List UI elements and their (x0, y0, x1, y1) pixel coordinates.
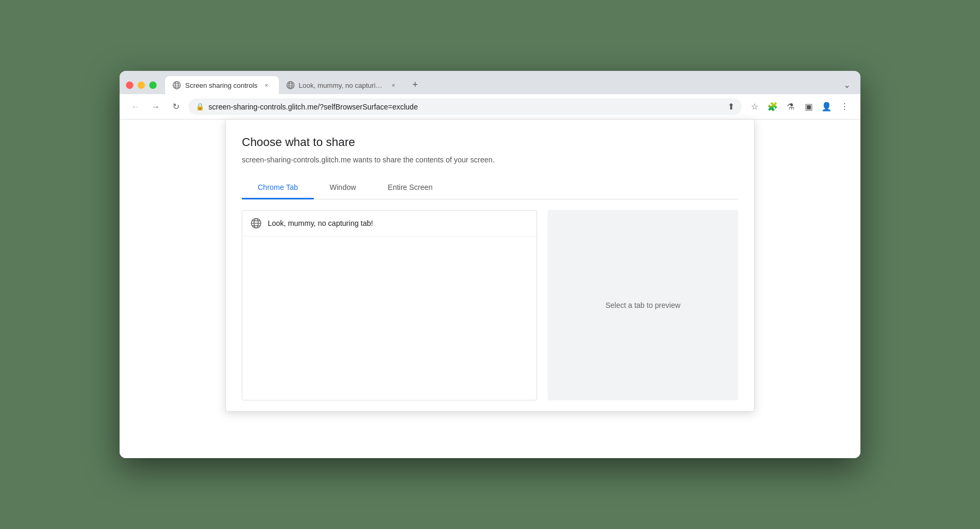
tab-close-inactive[interactable]: × (389, 80, 398, 90)
share-icon: ⬆ (728, 102, 734, 112)
globe-icon-2 (286, 81, 295, 89)
url-text: screen-sharing-controls.glitch.me/?selfB… (208, 103, 723, 111)
list-item[interactable]: Look, mummy, no capturing tab! (242, 211, 537, 236)
title-bar: Screen sharing controls × Look, mummy, n… (120, 71, 860, 94)
tab-nav-entire-screen[interactable]: Entire Screen (372, 177, 449, 199)
lab-icon[interactable]: ⚗ (783, 99, 798, 114)
more-icon[interactable]: ⋮ (837, 99, 852, 114)
dialog-subtitle: screen-sharing-controls.glitch.me wants … (242, 156, 738, 164)
tab-list: Look, mummy, no capturing tab! (242, 210, 537, 400)
close-button[interactable] (126, 81, 133, 89)
tab-title-active: Screen sharing controls (185, 81, 258, 89)
forward-button[interactable]: → (148, 99, 163, 114)
extensions-icon[interactable]: 🧩 (765, 99, 780, 114)
reload-button[interactable]: ↻ (168, 99, 183, 114)
toolbar-icons: ☆ 🧩 ⚗ ▣ 👤 ⋮ (747, 99, 852, 114)
dialog-title: Choose what to share (242, 135, 738, 149)
tab-title-inactive: Look, mummy, no capturing ta (299, 81, 385, 89)
share-dialog: Choose what to share screen-sharing-cont… (225, 120, 755, 412)
preview-text: Select a tab to preview (605, 301, 680, 309)
tab-nav-window[interactable]: Window (314, 177, 372, 199)
lock-icon: 🔒 (196, 103, 204, 111)
bookmark-icon[interactable]: ☆ (747, 99, 762, 114)
tab-nav-chrome[interactable]: Chrome Tab (242, 177, 314, 199)
tab-content-area: Look, mummy, no capturing tab! Select a … (242, 199, 738, 411)
back-button[interactable]: ← (128, 99, 143, 114)
profile-icon[interactable]: 👤 (819, 99, 834, 114)
preview-panel: Select a tab to preview (548, 210, 738, 400)
tab-active[interactable]: Screen sharing controls × (165, 76, 279, 94)
tab-item-title: Look, mummy, no capturing tab! (268, 219, 373, 227)
sidebar-icon[interactable]: ▣ (801, 99, 816, 114)
maximize-button[interactable] (149, 81, 157, 89)
new-tab-button[interactable]: + (408, 77, 423, 92)
tab-inactive[interactable]: Look, mummy, no capturing ta × (279, 76, 406, 94)
tab-item-globe-icon (251, 218, 261, 229)
minimize-button[interactable] (138, 81, 145, 89)
tab-dropdown-button[interactable]: ⌄ (839, 77, 854, 92)
page-content: Choose what to share screen-sharing-cont… (120, 120, 860, 458)
tabs-area: Screen sharing controls × Look, mummy, n… (165, 76, 854, 94)
tab-close-active[interactable]: × (262, 80, 271, 90)
address-bar: ← → ↻ 🔒 screen-sharing-controls.glitch.m… (120, 94, 860, 120)
globe-icon (173, 81, 181, 89)
browser-window: Screen sharing controls × Look, mummy, n… (120, 71, 860, 458)
traffic-lights (126, 81, 157, 94)
tabs-navigation: Chrome Tab Window Entire Screen (242, 177, 738, 199)
url-bar[interactable]: 🔒 screen-sharing-controls.glitch.me/?sel… (188, 98, 742, 115)
